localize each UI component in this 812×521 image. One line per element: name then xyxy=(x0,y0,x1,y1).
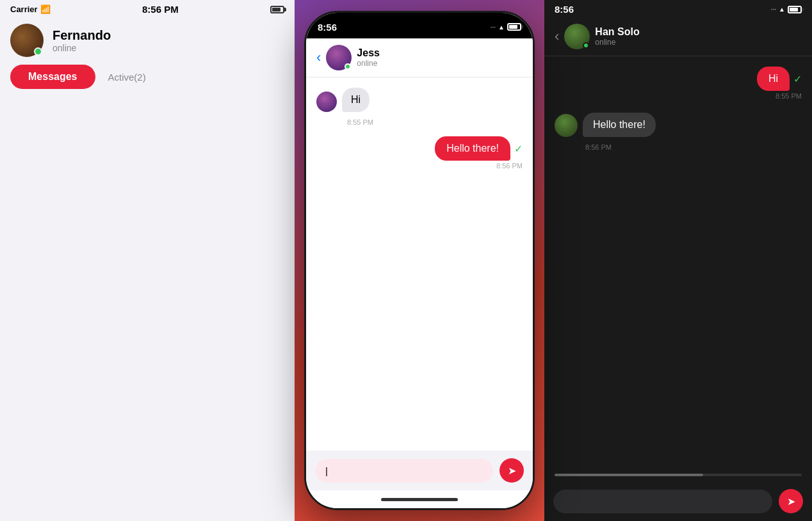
sent-time: 8:56 PM xyxy=(496,162,523,170)
back-button[interactable]: ‹ xyxy=(316,49,321,66)
phone-notch xyxy=(378,13,461,31)
right-time: 8:56 xyxy=(555,4,574,15)
fernando-avatar-wrapper xyxy=(10,24,44,57)
phone-chat-header: ‹ Jess online xyxy=(306,38,533,77)
home-indicator xyxy=(306,490,533,508)
phone-frame: 8:56 ··· ▲ ‹ Jess online xyxy=(304,11,535,510)
right-status-bar: 8:56 ··· ▲ xyxy=(544,0,812,17)
right-scrollbar xyxy=(555,474,802,476)
chat-header-info: Jess online xyxy=(357,47,380,68)
phone-notch-area: 8:56 ··· ▲ xyxy=(306,13,533,38)
han-avatar-wrapper xyxy=(564,24,590,49)
right-received-text: Hello there! xyxy=(583,113,656,137)
jess-online-dot xyxy=(345,63,351,70)
battery-icon xyxy=(270,6,284,13)
check-icon: ✓ xyxy=(514,143,523,155)
right-send-icon: ➤ xyxy=(787,495,795,508)
right-sent-hi: Hi ✓ 8:55 PM xyxy=(555,67,802,100)
phone-status-icons: ··· ▲ xyxy=(491,23,521,31)
message-received-hi: Hi xyxy=(316,88,523,112)
received-bubble: Hi xyxy=(342,88,369,112)
user-name: Fernando xyxy=(53,28,111,43)
received-message-text: Hi xyxy=(342,88,369,112)
sent-message-text: Hello there! xyxy=(435,136,510,161)
message-sent-hello: Hello there! ✓ 8:56 PM xyxy=(316,136,523,170)
active-label: Active(2) xyxy=(108,72,146,83)
left-nav: Messages Active(2) xyxy=(0,65,295,99)
right-messages: Hi ✓ 8:55 PM Hello there! 8:56 PM xyxy=(544,56,812,474)
right-check-icon: ✓ xyxy=(793,73,802,85)
right-sent-time: 8:55 PM xyxy=(775,92,802,100)
left-panel: Carrier 📶 8:56 PM Fernando online Messag… xyxy=(0,0,295,521)
send-button[interactable]: ➤ xyxy=(499,458,524,483)
wifi-icon: 📶 xyxy=(40,4,51,14)
battery-area xyxy=(270,6,284,13)
battery-icon-right xyxy=(788,6,802,13)
contact-name: Jess xyxy=(357,47,380,59)
phone-messages: Hi 8:55 PM Hello there! ✓ 8:56 PM xyxy=(306,77,533,451)
right-received-hello: Hello there! xyxy=(555,113,802,137)
wifi-icon: ▲ xyxy=(498,24,505,31)
right-sent-row: Hi ✓ xyxy=(757,67,802,91)
wifi-icon: ▲ xyxy=(779,6,785,13)
right-chat-info: Han Solo online xyxy=(595,26,639,47)
phone-time: 8:56 xyxy=(318,22,337,33)
han-msg-avatar xyxy=(555,114,578,137)
messages-button[interactable]: Messages xyxy=(10,65,95,89)
right-scrollbar-thumb xyxy=(555,474,703,476)
battery-icon-phone xyxy=(507,23,521,31)
right-input-area: ➤ xyxy=(544,481,812,521)
middle-panel: 8:56 ··· ▲ ‹ Jess online xyxy=(295,0,544,521)
signal-dots: ··· xyxy=(491,24,496,31)
han-online-dot xyxy=(583,42,589,49)
user-info: Fernando online xyxy=(53,28,111,53)
send-icon: ➤ xyxy=(508,465,516,477)
carrier-label: Carrier xyxy=(10,4,38,14)
phone-input-area: ➤ xyxy=(306,451,533,490)
right-chat-header: ‹ Han Solo online xyxy=(544,17,812,56)
jess-msg-avatar xyxy=(316,92,337,112)
message-input[interactable] xyxy=(315,459,493,483)
right-contact-status: online xyxy=(595,38,639,47)
received-time: 8:55 PM xyxy=(347,118,523,126)
left-time: 8:56 PM xyxy=(142,4,179,15)
right-send-button[interactable]: ➤ xyxy=(779,489,803,513)
right-status-icons: ··· ▲ xyxy=(771,6,802,13)
right-contact-name: Han Solo xyxy=(595,26,639,38)
carrier-wifi: Carrier 📶 xyxy=(10,4,51,14)
left-header: Fernando online xyxy=(0,17,295,65)
sent-row: Hello there! ✓ xyxy=(435,136,523,161)
user-status: online xyxy=(53,43,111,53)
jess-avatar-wrapper xyxy=(326,45,352,70)
home-bar xyxy=(381,498,458,501)
right-message-input[interactable] xyxy=(553,490,772,513)
right-sent-text: Hi xyxy=(757,67,790,91)
signal-dots: ··· xyxy=(771,6,776,13)
right-received-time: 8:56 PM xyxy=(585,143,802,151)
right-back-button[interactable]: ‹ xyxy=(555,28,559,45)
contact-status: online xyxy=(357,59,380,68)
online-indicator xyxy=(34,47,42,56)
right-panel: 8:56 ··· ▲ ‹ Han Solo online Hi ✓ 8:55 xyxy=(544,0,812,521)
left-status-bar: Carrier 📶 8:56 PM xyxy=(0,0,295,17)
